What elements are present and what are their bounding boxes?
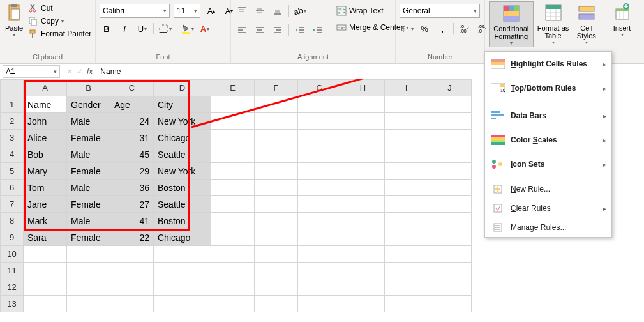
cell[interactable] xyxy=(298,146,341,163)
cell[interactable]: Alice xyxy=(24,130,67,146)
cell[interactable] xyxy=(341,229,385,246)
cell-styles-button[interactable]: Cell Styles ▾ xyxy=(573,1,600,47)
cell[interactable]: Female xyxy=(67,229,110,246)
cell[interactable] xyxy=(385,113,428,130)
menu-top-bottom-rules[interactable]: 10 Top/Bottom Rules ▸ xyxy=(485,76,611,100)
cell[interactable] xyxy=(211,213,255,229)
row-header[interactable]: 9 xyxy=(1,229,24,246)
cell[interactable] xyxy=(341,96,385,113)
cell[interactable] xyxy=(154,263,211,279)
cell[interactable] xyxy=(298,130,341,146)
cell[interactable] xyxy=(255,96,298,113)
enter-formula-icon[interactable]: ✓ xyxy=(77,67,83,76)
cell[interactable]: Name xyxy=(24,96,67,113)
menu-manage-rules[interactable]: Manage Rules... xyxy=(485,218,611,237)
cell[interactable] xyxy=(428,130,472,146)
cell[interactable] xyxy=(428,196,472,213)
cell[interactable]: Gender xyxy=(67,96,110,113)
cell[interactable] xyxy=(341,113,385,130)
bold-button[interactable]: B xyxy=(100,22,114,36)
cut-button[interactable]: Cut xyxy=(27,3,93,14)
cell[interactable] xyxy=(255,296,298,312)
cell[interactable]: 27 xyxy=(110,196,154,213)
row-header[interactable]: 7 xyxy=(1,196,24,213)
cell[interactable] xyxy=(341,130,385,146)
align-right-button[interactable] xyxy=(271,23,285,37)
cell[interactable] xyxy=(428,113,472,130)
cell[interactable]: Age xyxy=(110,96,154,113)
font-color-button[interactable]: A ▾ xyxy=(198,22,212,36)
paste-button[interactable]: Paste ▾ xyxy=(4,1,24,47)
increase-font-button[interactable]: A▴ xyxy=(204,4,218,18)
menu-new-rule[interactable]: New Rule... xyxy=(485,180,611,199)
cell[interactable] xyxy=(211,180,255,196)
cell[interactable]: Chicago xyxy=(154,229,211,246)
cell[interactable] xyxy=(110,263,154,279)
cell[interactable]: Sara xyxy=(24,229,67,246)
column-header[interactable]: C xyxy=(110,80,154,96)
cell[interactable] xyxy=(298,296,341,312)
row-header[interactable]: 10 xyxy=(1,246,24,263)
column-header[interactable]: H xyxy=(341,80,385,96)
cell[interactable] xyxy=(255,113,298,130)
cell[interactable]: Male xyxy=(67,213,110,229)
row-header[interactable]: 3 xyxy=(1,130,24,146)
cell[interactable] xyxy=(385,296,428,312)
decrease-indent-button[interactable] xyxy=(293,23,307,37)
cell[interactable] xyxy=(428,146,472,163)
cell[interactable]: 24 xyxy=(110,113,154,130)
cell[interactable] xyxy=(341,163,385,180)
row-header[interactable]: 4 xyxy=(1,146,24,163)
cell[interactable] xyxy=(255,196,298,213)
cell[interactable] xyxy=(154,246,211,263)
cell[interactable] xyxy=(255,229,298,246)
cell[interactable]: Seattle xyxy=(154,196,211,213)
font-size-combo[interactable]: 11▾ xyxy=(174,4,200,18)
cell[interactable] xyxy=(428,96,472,113)
menu-data-bars[interactable]: Data Bars ▸ xyxy=(485,103,611,128)
orientation-button[interactable]: ab▾ xyxy=(293,4,307,18)
cell[interactable]: Tom xyxy=(24,180,67,196)
cell[interactable] xyxy=(298,229,341,246)
increase-indent-button[interactable] xyxy=(311,23,325,37)
cell[interactable] xyxy=(428,246,472,263)
cell[interactable]: Bob xyxy=(24,146,67,163)
cell[interactable] xyxy=(211,96,255,113)
column-header[interactable]: I xyxy=(385,80,428,96)
cell[interactable] xyxy=(298,180,341,196)
cell[interactable] xyxy=(211,113,255,130)
align-top-button[interactable] xyxy=(235,4,249,18)
format-painter-button[interactable]: Format Painter xyxy=(27,28,93,40)
conditional-formatting-button[interactable]: Conditional Formatting ▾ xyxy=(489,1,534,47)
cell[interactable] xyxy=(255,279,298,296)
cell[interactable] xyxy=(341,246,385,263)
cell[interactable]: Seattle xyxy=(154,146,211,163)
cell[interactable]: Female xyxy=(67,196,110,213)
cell[interactable]: Boston xyxy=(154,213,211,229)
cell[interactable]: Mary xyxy=(24,163,67,180)
borders-button[interactable]: ▾ xyxy=(158,22,172,36)
cell[interactable] xyxy=(24,263,67,279)
align-left-button[interactable] xyxy=(235,23,249,37)
cell[interactable] xyxy=(255,163,298,180)
cell[interactable] xyxy=(255,130,298,146)
column-header[interactable]: G xyxy=(298,80,341,96)
cell[interactable] xyxy=(428,213,472,229)
cell[interactable]: 29 xyxy=(110,163,154,180)
cell[interactable] xyxy=(211,163,255,180)
cell[interactable] xyxy=(298,279,341,296)
font-name-combo[interactable]: Calibri▾ xyxy=(100,4,170,18)
row-header[interactable]: 8 xyxy=(1,213,24,229)
menu-highlight-cells-rules[interactable]: Highlight Cells Rules ▸ xyxy=(485,52,611,76)
cell[interactable] xyxy=(341,146,385,163)
cell[interactable] xyxy=(428,163,472,180)
comma-button[interactable]: , xyxy=(435,22,449,36)
row-header[interactable]: 13 xyxy=(1,296,24,312)
cell[interactable]: Mark xyxy=(24,213,67,229)
cell[interactable] xyxy=(110,279,154,296)
cell[interactable] xyxy=(67,279,110,296)
cell[interactable]: New York xyxy=(154,113,211,130)
cell[interactable] xyxy=(211,279,255,296)
menu-color-scales[interactable]: Color Scales ▸ xyxy=(485,128,611,152)
cell[interactable] xyxy=(24,296,67,312)
